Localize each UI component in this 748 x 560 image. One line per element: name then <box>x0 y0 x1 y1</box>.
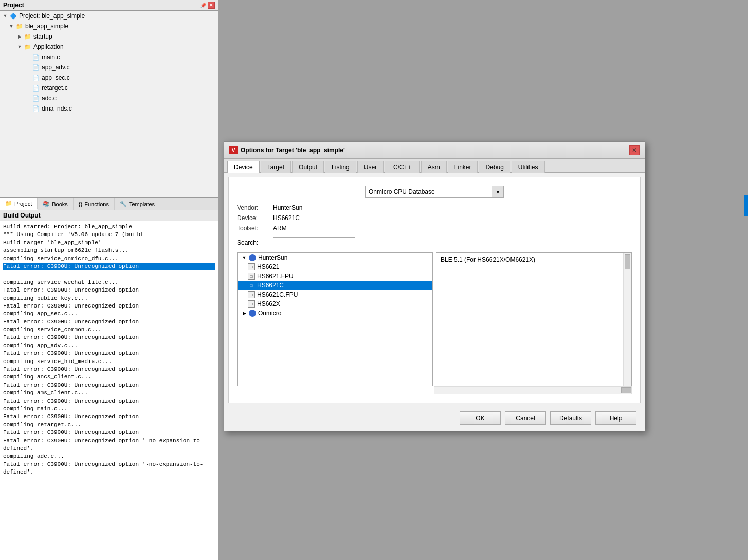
hs662x-label: HS662X <box>257 300 280 308</box>
tree-retarget[interactable]: 📄 retarget.c <box>0 83 218 93</box>
help-label: Help <box>610 414 623 422</box>
build-line-12: Fatal error: C3900U: Unrecognized option <box>3 319 139 325</box>
left-spacer <box>237 386 434 394</box>
tree-app-adv[interactable]: 📄 app_adv.c <box>0 62 218 73</box>
left-panel: Project 📌 ✕ ▼ 🔷 Project: ble_app_simple … <box>0 0 218 560</box>
tree-startup-label: startup <box>33 33 52 40</box>
tab-templates[interactable]: 🔧 Templates <box>115 198 160 210</box>
tab-output[interactable]: Output <box>292 161 324 173</box>
expander-root: ▼ <box>2 13 8 19</box>
tree-application[interactable]: ▼ 📁 Application <box>0 42 218 52</box>
tab-project[interactable]: 📁 Project <box>0 198 38 210</box>
search-input[interactable] <box>273 237 355 248</box>
onmicro-label: Onmicro <box>258 310 281 317</box>
hs6621-label: HS6621 <box>257 263 279 270</box>
tree-root-label: Project: ble_app_simple <box>19 12 85 20</box>
device-hs6621fpu[interactable]: □ HS6621.FPU <box>238 272 432 281</box>
tab-project-icon: 📁 <box>5 200 12 207</box>
expander-application: ▼ <box>16 44 23 50</box>
vendor-value: HunterSun <box>273 204 302 211</box>
device-hs6621c[interactable]: □ HS6621C <box>238 281 432 290</box>
folder-startup-icon: 📁 <box>24 32 32 41</box>
chip-hs6621cfpu-icon: □ <box>248 291 255 298</box>
file-adc-icon: 📄 <box>32 94 40 102</box>
tree-ble-app[interactable]: ▼ 📁 ble_app_simple <box>0 21 218 31</box>
bottom-tabs: 📁 Project 📚 Books {} Functions 🔧 Templat… <box>0 197 218 210</box>
tree-app-adv-label: app_adv.c <box>42 64 70 71</box>
tree-app-sec[interactable]: 📄 app_sec.c <box>0 73 218 83</box>
help-button[interactable]: Help <box>595 411 636 425</box>
project-icon: 🔷 <box>9 12 17 20</box>
tree-main-label: main.c <box>42 53 60 61</box>
tab-books[interactable]: 📚 Books <box>38 198 74 210</box>
dialog-close-button[interactable]: ✕ <box>629 145 640 155</box>
build-line-3: Build target 'ble_app_simple' <box>3 240 101 246</box>
tab-output-label: Output <box>299 164 317 171</box>
build-line-13: compiling service_common.c... <box>3 327 101 333</box>
defaults-button[interactable]: Defaults <box>550 411 591 425</box>
build-line-7: compiling service_wechat_lite.c... <box>3 279 118 285</box>
tab-user[interactable]: User <box>357 161 384 173</box>
build-line-27: Fatal error: C3900U: Unrecognized option… <box>3 438 203 451</box>
pin-icon[interactable]: 📌 <box>199 2 207 9</box>
tab-target[interactable]: Target <box>261 161 291 173</box>
expander-ble: ▼ <box>8 23 14 29</box>
tab-debug[interactable]: Debug <box>479 161 510 173</box>
tab-listing[interactable]: Listing <box>325 161 356 173</box>
file-app-adv-icon: 📄 <box>32 63 40 71</box>
hs6621fpu-label: HS6621.FPU <box>257 273 294 280</box>
build-line-16: Fatal error: C3900U: Unrecognized option <box>3 350 139 356</box>
build-line-25: compiling retarget.c... <box>3 422 81 428</box>
tab-cpp-label: C/C++ <box>393 164 411 171</box>
toolset-label: Toolset: <box>237 225 273 232</box>
chip-hs662x-icon: □ <box>248 300 255 308</box>
tab-device[interactable]: Device <box>227 161 260 173</box>
tab-utilities[interactable]: Utilities <box>512 161 545 173</box>
tree-adc[interactable]: 📄 adc.c <box>0 93 218 103</box>
build-line-23: compiling main.c... <box>3 406 67 412</box>
tree-dma[interactable]: 📄 dma_nds.c <box>0 103 218 114</box>
cpu-db-row: Onmicro CPU Database ▼ <box>237 186 632 198</box>
file-app-sec-icon: 📄 <box>32 74 40 82</box>
build-line-22: Fatal error: C3900U: Unrecognized option <box>3 398 139 404</box>
device-tree-panel: ▼ HunterSun □ HS6621 □ HS6621.FPU □ HS <box>237 252 433 386</box>
device-info-scrollbar-h[interactable] <box>434 386 632 394</box>
device-hs662x[interactable]: □ HS662X <box>238 299 432 309</box>
tab-functions-icon: {} <box>79 201 82 207</box>
hs6621c-label: HS6621C <box>257 282 284 289</box>
device-group-onmicro[interactable]: ▶ Onmicro <box>238 309 432 318</box>
tab-asm[interactable]: Asm <box>421 161 447 173</box>
tab-cpp[interactable]: C/C++ <box>385 161 420 173</box>
expander-huntersun: ▼ <box>241 254 248 261</box>
build-line-21: compiling ams_client.c... <box>3 390 88 396</box>
build-line-9: compiling public_key.c... <box>3 295 88 301</box>
build-output[interactable]: Build started: Project: ble_app_simple *… <box>0 221 218 560</box>
device-group-huntersun[interactable]: ▼ HunterSun <box>238 253 432 262</box>
tab-linker[interactable]: Linker <box>448 161 478 173</box>
ok-button[interactable]: OK <box>460 411 501 425</box>
scrollbar-thumb-v <box>625 254 630 269</box>
tree-startup[interactable]: ▶ 📁 startup <box>0 31 218 42</box>
cancel-button[interactable]: Cancel <box>505 411 546 425</box>
device-hs6621[interactable]: □ HS6621 <box>238 262 432 272</box>
tab-templates-icon: 🔧 <box>120 201 127 207</box>
dialog-tabs: Device Target Output Listing User C/C++ … <box>224 159 645 173</box>
expander-onmicro: ▶ <box>241 310 248 317</box>
tree-root[interactable]: ▼ 🔷 Project: ble_app_simple <box>0 11 218 21</box>
dialog-footer: OK Cancel Defaults Help <box>224 407 645 431</box>
titlebar-left: Project <box>3 2 24 9</box>
build-line-10: Fatal error: C3900U: Unrecognized option <box>3 303 139 309</box>
cpu-db-dropdown[interactable]: Onmicro CPU Database ▼ <box>365 186 504 198</box>
build-line-17: compiling service_hid_media.c... <box>3 358 112 365</box>
device-info-scrollbar-v[interactable] <box>623 253 631 386</box>
tree-main-c[interactable]: 📄 main.c <box>0 52 218 62</box>
tab-user-label: User <box>364 164 377 171</box>
device-info-text: BLE 5.1 (For HS6621X/OM6621X) <box>436 253 631 266</box>
tab-functions[interactable]: {} Functions <box>74 198 115 210</box>
build-line-11: compiling app_sec.c... <box>3 311 78 317</box>
titlebar-icons: 📌 ✕ <box>199 2 215 9</box>
dialog-title-text: Options for Target 'ble_app_simple' <box>241 147 345 154</box>
device-hs6621cfpu[interactable]: □ HS6621C.FPU <box>238 290 432 299</box>
close-panel-icon[interactable]: ✕ <box>208 2 215 9</box>
scrollbar-thumb-h <box>621 387 631 393</box>
